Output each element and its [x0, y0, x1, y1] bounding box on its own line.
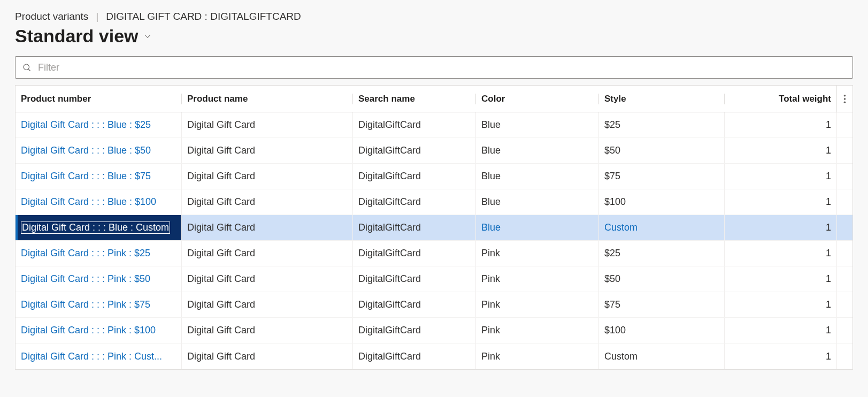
cell-style: $100 — [598, 189, 724, 215]
row-spacer — [836, 292, 852, 317]
cell-search-name: DigitalGiftCard — [352, 266, 475, 292]
cell-product-number[interactable]: Digital Gift Card : : : Blue : $75 — [16, 164, 181, 189]
cell-product-number[interactable]: Digital Gift Card : : : Blue : $100 — [16, 189, 181, 215]
table-row[interactable]: Digital Gift Card : : : Pink : $25Digita… — [16, 241, 852, 266]
row-spacer — [836, 241, 852, 266]
row-spacer — [836, 164, 852, 189]
cell-product-name: Digital Gift Card — [181, 215, 352, 240]
cell-style: $25 — [598, 241, 724, 266]
cell-product-number[interactable]: Digital Gift Card : : : Blue : $25 — [16, 112, 181, 138]
cell-color: Pink — [475, 318, 598, 343]
cell-color: Blue — [475, 189, 598, 215]
cell-color: Blue — [475, 164, 598, 189]
cell-product-name: Digital Gift Card — [181, 318, 352, 343]
table-row[interactable]: Digital Gift Card : : : Blue : $100Digit… — [16, 189, 852, 215]
cell-style: Custom — [598, 343, 724, 369]
cell-product-number[interactable]: Digital Gift Card : : : Pink : $100 — [16, 318, 181, 343]
breadcrumb: Product variants | DIGITAL GIFT CARD : D… — [15, 11, 853, 22]
page-title: Standard view — [15, 26, 139, 47]
svg-point-4 — [844, 101, 846, 103]
cell-search-name: DigitalGiftCard — [352, 318, 475, 343]
cell-product-name: Digital Gift Card — [181, 112, 352, 138]
view-selector[interactable]: Standard view — [15, 26, 853, 47]
col-search-name[interactable]: Search name — [352, 94, 475, 104]
cell-total-weight: 1 — [724, 112, 836, 138]
svg-point-0 — [24, 64, 29, 70]
search-icon — [22, 63, 32, 72]
cell-total-weight: 1 — [724, 164, 836, 189]
cell-product-name: Digital Gift Card — [181, 138, 352, 163]
cell-color: Pink — [475, 343, 598, 369]
cell-color: Blue — [475, 112, 598, 138]
cell-product-number[interactable]: Digital Gift Card : : : Pink : Cust... — [16, 343, 181, 369]
cell-search-name: DigitalGiftCard — [352, 215, 475, 240]
chevron-down-icon — [143, 32, 152, 41]
col-color[interactable]: Color — [475, 94, 598, 104]
cell-style: $75 — [598, 292, 724, 317]
svg-line-1 — [28, 69, 30, 71]
table-row[interactable]: Digital Gift Card : : : Blue : $25Digita… — [16, 112, 852, 138]
table-row[interactable]: Digital Gift Card : : : Blue : CustomDig… — [16, 215, 852, 241]
cell-product-number[interactable]: Digital Gift Card : : : Blue : $50 — [16, 138, 181, 163]
cell-product-name: Digital Gift Card — [181, 241, 352, 266]
col-total-weight[interactable]: Total weight — [724, 94, 836, 104]
cell-total-weight: 1 — [724, 215, 836, 240]
cell-product-number[interactable]: Digital Gift Card : : : Pink : $75 — [16, 292, 181, 317]
table-row[interactable]: Digital Gift Card : : : Blue : $50Digita… — [16, 138, 852, 164]
cell-color: Blue — [475, 138, 598, 163]
row-spacer — [836, 189, 852, 215]
breadcrumb-module[interactable]: Product variants — [15, 11, 88, 22]
filter-input[interactable] — [37, 62, 846, 74]
cell-total-weight: 1 — [724, 189, 836, 215]
breadcrumb-record: DIGITAL GIFT CARD : DIGITALGIFTCARD — [106, 11, 301, 22]
cell-color: Pink — [475, 292, 598, 317]
table-row[interactable]: Digital Gift Card : : : Pink : Cust...Di… — [16, 343, 852, 369]
column-options-button[interactable] — [836, 86, 852, 112]
cell-search-name: DigitalGiftCard — [352, 241, 475, 266]
cell-total-weight: 1 — [724, 241, 836, 266]
data-grid: Product number Product name Search name … — [15, 85, 853, 370]
cell-style: $25 — [598, 112, 724, 138]
cell-search-name: DigitalGiftCard — [352, 164, 475, 189]
cell-style: $50 — [598, 266, 724, 292]
table-row[interactable]: Digital Gift Card : : : Pink : $50Digita… — [16, 266, 852, 292]
table-row[interactable]: Digital Gift Card : : : Pink : $100Digit… — [16, 318, 852, 343]
cell-total-weight: 1 — [724, 138, 836, 163]
cell-search-name: DigitalGiftCard — [352, 292, 475, 317]
cell-total-weight: 1 — [724, 343, 836, 369]
cell-product-number[interactable]: Digital Gift Card : : : Blue : Custom — [16, 215, 181, 240]
cell-total-weight: 1 — [724, 318, 836, 343]
col-product-name[interactable]: Product name — [181, 94, 352, 104]
cell-search-name: DigitalGiftCard — [352, 138, 475, 163]
col-product-number[interactable]: Product number — [16, 94, 181, 104]
row-spacer — [836, 318, 852, 343]
cell-color: Pink — [475, 241, 598, 266]
row-spacer — [836, 343, 852, 369]
svg-point-3 — [844, 98, 846, 100]
table-row[interactable]: Digital Gift Card : : : Pink : $75Digita… — [16, 292, 852, 318]
cell-search-name: DigitalGiftCard — [352, 343, 475, 369]
cell-style[interactable]: Custom — [598, 215, 724, 240]
row-spacer — [836, 266, 852, 292]
cell-product-number[interactable]: Digital Gift Card : : : Pink : $25 — [16, 241, 181, 266]
filter-box[interactable] — [15, 56, 853, 79]
cell-total-weight: 1 — [724, 266, 836, 292]
table-row[interactable]: Digital Gift Card : : : Blue : $75Digita… — [16, 164, 852, 189]
cell-style: $50 — [598, 138, 724, 163]
cell-color: Pink — [475, 266, 598, 292]
cell-product-name: Digital Gift Card — [181, 266, 352, 292]
col-style[interactable]: Style — [598, 94, 724, 104]
cell-product-name: Digital Gift Card — [181, 189, 352, 215]
cell-product-name: Digital Gift Card — [181, 292, 352, 317]
svg-point-2 — [844, 94, 846, 96]
more-vertical-icon — [843, 94, 846, 104]
cell-product-number[interactable]: Digital Gift Card : : : Pink : $50 — [16, 266, 181, 292]
grid-header: Product number Product name Search name … — [16, 86, 852, 112]
cell-color[interactable]: Blue — [475, 215, 598, 240]
row-spacer — [836, 112, 852, 138]
cell-search-name: DigitalGiftCard — [352, 189, 475, 215]
row-spacer — [836, 215, 852, 240]
row-spacer — [836, 138, 852, 163]
breadcrumb-separator: | — [96, 11, 98, 22]
cell-style: $75 — [598, 164, 724, 189]
